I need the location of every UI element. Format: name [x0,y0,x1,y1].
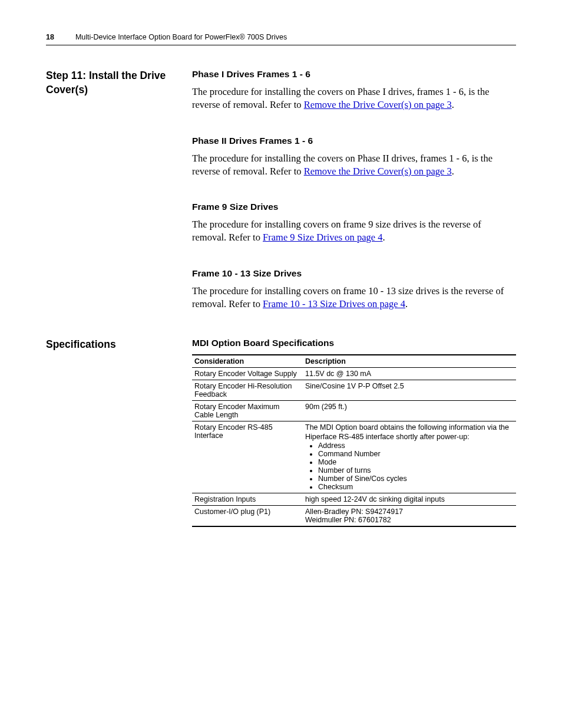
cell-consideration: Rotary Encoder Voltage Supply [192,368,303,380]
list-item: Checksum [318,483,514,491]
cell-consideration: Rotary Encoder Hi-Resolution Feedback [192,380,303,401]
page: 18 Multi-Device Interface Option Board f… [0,0,562,527]
link-frame9-p4[interactable]: Frame 9 Size Drives on page 4 [263,232,382,243]
rs485-list: Address Command Number Mode Number of tu… [305,442,514,491]
text-post: . [452,99,454,110]
section-install-cover: Step 11: Install the Drive Cover(s) Phas… [46,69,516,311]
sub-heading: Frame 10 - 13 Size Drives [192,268,516,279]
rs485-intro: The MDI Option board obtains the followi… [305,423,514,442]
cell-description: Allen-Bradley PN: S94274917 Weidmuller P… [303,506,516,527]
list-item: Address [318,442,514,450]
page-number: 18 [46,33,54,41]
cell-description: 11.5V dc @ 130 mA [303,368,516,380]
table-row: Customer-I/O plug (P1) Allen-Bradley PN:… [192,506,516,527]
table-row: Rotary Encoder Maximum Cable Length 90m … [192,401,516,421]
body-text: The procedure for installing the covers … [192,85,516,112]
body-text: The procedure for installing the covers … [192,152,516,179]
text-post: . [405,298,408,309]
section-specifications: Specifications MDI Option Board Specific… [46,338,516,527]
col-description: Description [303,355,516,368]
cell-description: high speed 12-24V dc sinking digital inp… [303,493,516,506]
col-consideration: Consideration [192,355,303,368]
block-frame9: Frame 9 Size Drives The procedure for in… [192,202,516,245]
link-remove-cover-p3[interactable]: Remove the Drive Cover(s) on page 3 [304,166,452,177]
cell-description: Sine/Cosine 1V P-P Offset 2.5 [303,380,516,401]
link-remove-cover-p3[interactable]: Remove the Drive Cover(s) on page 3 [304,99,452,110]
table-title: MDI Option Board Specifications [192,338,516,348]
list-item: Command Number [318,450,514,458]
link-frame10-13-p4[interactable]: Frame 10 - 13 Size Drives on page 4 [263,298,405,309]
sub-heading: Phase II Drives Frames 1 - 6 [192,136,516,146]
side-heading-specifications: Specifications [46,338,187,352]
cell-consideration: Registration Inputs [192,493,303,506]
body-text: The procedure for installing covers on f… [192,218,516,245]
table-row: Registration Inputs high speed 12-24V dc… [192,493,516,506]
cell-consideration: Customer-I/O plug (P1) [192,506,303,527]
text-post: . [452,166,454,177]
block-phase2: Phase II Drives Frames 1 - 6 The procedu… [192,136,516,179]
body-text: The procedure for installing covers on f… [192,285,516,311]
cell-consideration: Rotary Encoder RS-485 Interface [192,421,303,493]
sub-heading: Phase I Drives Frames 1 - 6 [192,69,516,80]
table-row: Rotary Encoder Hi-Resolution Feedback Si… [192,380,516,401]
cell-description: 90m (295 ft.) [303,401,516,421]
cell-description: The MDI Option board obtains the followi… [303,421,516,493]
running-header: 18 Multi-Device Interface Option Board f… [46,33,516,45]
doc-title: Multi-Device Interface Option Board for … [75,33,287,41]
pn-line: Allen-Bradley PN: S94274917 [305,508,514,516]
pn-line: Weidmuller PN: 67601782 [305,516,514,524]
list-item: Mode [318,458,514,466]
side-heading-step11: Step 11: Install the Drive Cover(s) [46,69,187,97]
block-frame10-13: Frame 10 - 13 Size Drives The procedure … [192,268,516,311]
table-header-row: Consideration Description [192,355,516,368]
sub-heading: Frame 9 Size Drives [192,202,516,212]
cell-consideration: Rotary Encoder Maximum Cable Length [192,401,303,421]
block-phase1: Phase I Drives Frames 1 - 6 The procedur… [192,69,516,112]
table-row: Rotary Encoder RS-485 Interface The MDI … [192,421,516,493]
text-post: . [383,232,385,243]
table-row: Rotary Encoder Voltage Supply 11.5V dc @… [192,368,516,380]
spec-table: Consideration Description Rotary Encoder… [192,354,516,527]
list-item: Number of turns [318,466,514,475]
list-item: Number of Sine/Cos cycles [318,475,514,483]
